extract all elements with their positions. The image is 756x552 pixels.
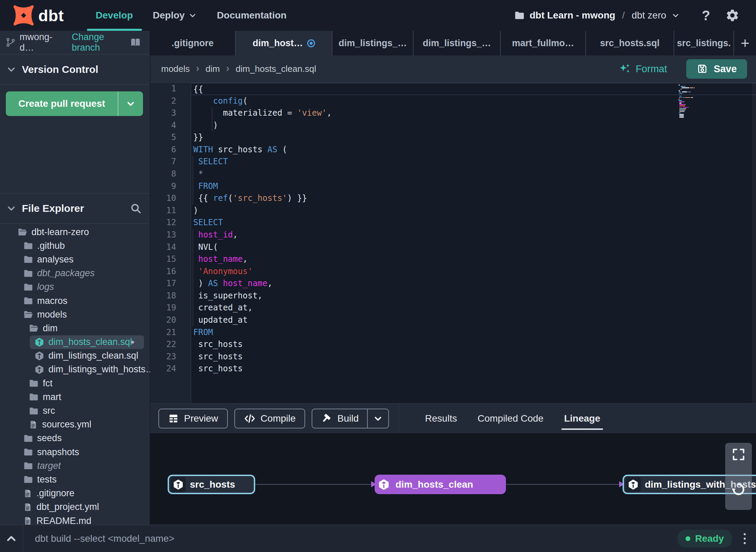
main-area: .gitignoredim_host…dim_listings_…dim_lis… (150, 31, 756, 525)
help-icon[interactable]: ? (702, 8, 710, 23)
code-line-7[interactable]: SELECT (191, 156, 756, 168)
folder-icon (23, 241, 33, 251)
tree-item-src[interactable]: src (24, 404, 144, 418)
tree-item-dim-listings-clean-sql[interactable]: dim_listings_clean.sql (30, 349, 144, 363)
change-branch-link[interactable]: Change branch (72, 32, 130, 53)
tree-item-logs[interactable]: logs (18, 280, 144, 294)
code-line-18[interactable]: is_superhost, (191, 290, 756, 302)
pr-dropdown-button[interactable] (118, 91, 143, 116)
breadcrumb-segment-dim[interactable]: dim (206, 64, 220, 74)
tab-mart-fullmo[interactable]: mart_fullmo… (501, 31, 586, 55)
refresh-icon[interactable] (730, 481, 747, 498)
dbt-logo[interactable]: dbt (13, 5, 64, 26)
code-line-21[interactable]: FROM (191, 326, 756, 339)
code-line-19[interactable]: created_at, (191, 302, 756, 314)
project-selector[interactable]: dbt Learn - mwong / dbt zero (514, 10, 680, 21)
code-line-11[interactable]: ) (191, 205, 756, 217)
code-line-22[interactable]: src_hosts (191, 338, 756, 351)
code-line-3[interactable]: materialized = 'view', (191, 107, 756, 119)
code-line-8[interactable]: * (191, 168, 756, 180)
result-tab-results[interactable]: Results (415, 404, 467, 433)
code-content[interactable]: {{ config( materialized = 'view', )}}WIT… (191, 83, 756, 403)
tree-item-mart[interactable]: mart (24, 390, 144, 404)
tree-item-snapshots[interactable]: snapshots (18, 445, 144, 459)
code-line-15[interactable]: host_name, (191, 253, 756, 266)
file-explorer-header[interactable]: File Explorer (0, 194, 149, 224)
tab-dim-listings[interactable]: dim_listings_… (414, 31, 501, 55)
format-button[interactable]: Format (618, 63, 667, 75)
preview-label: Preview (184, 413, 218, 424)
code-line-5[interactable]: }} (191, 131, 756, 144)
minimap[interactable] (679, 85, 699, 118)
editor-scrollbar[interactable] (752, 83, 756, 403)
tree-item-tests[interactable]: tests (18, 473, 144, 486)
result-tab-compiled-code[interactable]: Compiled Code (467, 404, 554, 433)
line-number: 3 (150, 107, 191, 119)
tree-item-github[interactable]: .github (18, 239, 144, 253)
search-icon[interactable] (130, 202, 142, 215)
code-line-24[interactable]: src_hosts (191, 363, 756, 375)
tree-item-macros[interactable]: macros (18, 294, 144, 308)
tree-item-target[interactable]: target (18, 459, 144, 473)
preview-button[interactable]: Preview (158, 409, 228, 428)
create-pull-request-button[interactable]: Create pull request (6, 91, 143, 116)
tree-item-models[interactable]: models (18, 308, 144, 321)
build-button[interactable]: Build (312, 409, 367, 428)
command-input[interactable]: dbt build --select <model_name> (35, 533, 174, 544)
tree-item-dim[interactable]: dim (24, 321, 144, 335)
breadcrumb-segment-models[interactable]: models (161, 64, 190, 74)
code-line-12[interactable]: SELECT (191, 217, 756, 229)
nav-item-deploy[interactable]: Deploy (143, 0, 207, 31)
code-line-10[interactable]: {{ ref('src_hosts') }} (191, 192, 756, 205)
tree-item-dim-hosts-clean-sql[interactable]: dim_hosts_clean.sql• (30, 335, 144, 349)
code-line-20[interactable]: updated_at (191, 314, 756, 326)
breadcrumb-segment-dim-hosts-clean-sql[interactable]: dim_hosts_clean.sql (236, 64, 316, 74)
gear-icon[interactable] (725, 8, 740, 23)
compile-button[interactable]: Compile (234, 409, 305, 428)
tree-item-dbt-project-yml[interactable]: dbt_project.yml (18, 500, 144, 514)
tree-item-label: fct (43, 378, 53, 389)
docs-book-icon[interactable] (130, 37, 141, 48)
lineage-node-dim-hosts-clean[interactable]: dim_hosts_clean (375, 475, 506, 494)
tree-item-fct[interactable]: fct (24, 376, 144, 390)
fullscreen-icon[interactable] (731, 447, 746, 462)
code-line-4[interactable]: ) (191, 119, 756, 132)
version-control-header[interactable]: Version Control (0, 55, 149, 85)
tab-dim-host[interactable]: dim_host… (236, 31, 333, 55)
chevron-up-icon[interactable] (0, 525, 23, 552)
build-dropdown-button[interactable] (367, 409, 388, 428)
line-number: 24 (150, 363, 191, 375)
lineage-graph[interactable]: src_hosts dim_hosts_clean dim_listings_w… (150, 433, 756, 524)
tree-item-dbt-packages[interactable]: dbt_packages (18, 267, 144, 280)
code-line-9[interactable]: FROM (191, 180, 756, 193)
code-line-17[interactable]: ) AS host_name, (191, 278, 756, 290)
lineage-node-src-hosts[interactable]: src_hosts (168, 475, 255, 494)
new-tab-button[interactable]: + (734, 31, 756, 55)
tree-item-dbt-learn-zero[interactable]: dbt-learn-zero (13, 225, 144, 239)
code-line-14[interactable]: NVL( (191, 241, 756, 254)
tree-item-label: dim (43, 323, 58, 334)
tree-item-seeds[interactable]: seeds (18, 432, 144, 445)
result-tab-lineage[interactable]: Lineage (554, 404, 611, 433)
nav-item-documentation[interactable]: Documentation (207, 0, 297, 31)
tree-item-gitignore[interactable]: .gitignore (18, 487, 144, 500)
nav-item-develop[interactable]: Develop (86, 0, 143, 31)
code-line-6[interactable]: WITH src_hosts AS ( (191, 144, 756, 156)
code-line-1[interactable]: {{ (191, 83, 756, 95)
tab-src-listings[interactable]: src_listings. (674, 31, 734, 55)
kebab-menu-icon[interactable] (742, 532, 747, 545)
code-line-2[interactable]: config( (191, 95, 756, 107)
save-button[interactable]: Save (686, 59, 747, 79)
tree-item-sources-yml[interactable]: sources.yml (24, 418, 144, 432)
tab-gitignore[interactable]: .gitignore (150, 31, 236, 55)
code-line-23[interactable]: src_hosts (191, 351, 756, 363)
code-line-13[interactable]: host_id, (191, 229, 756, 241)
code-editor[interactable]: 123456789101112131415161718192021222324 … (150, 83, 756, 403)
tree-item-label: dbt-learn-zero (31, 227, 89, 238)
tab-src-hosts-sql[interactable]: src_hosts.sql (586, 31, 674, 55)
tree-item-dim-listings-with-hosts[interactable]: dim_listings_with_hosts… (30, 363, 144, 376)
tree-item-analyses[interactable]: analyses (18, 253, 144, 266)
tab-dim-listings[interactable]: dim_listings_… (333, 31, 414, 55)
code-line-16[interactable]: 'Anonymous' (191, 266, 756, 278)
chevron-down-icon (126, 99, 136, 109)
